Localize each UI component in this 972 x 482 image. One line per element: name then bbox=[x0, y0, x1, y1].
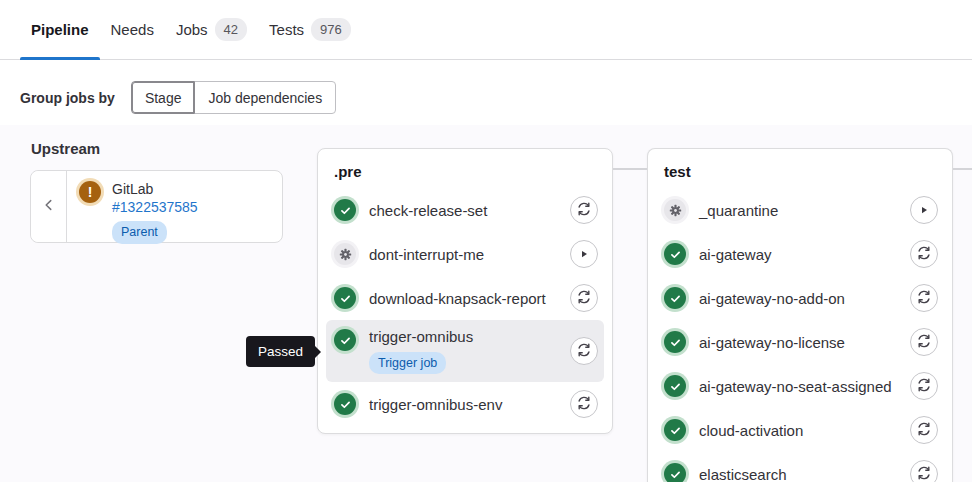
job-row[interactable]: trigger-omnibusTrigger job bbox=[326, 320, 604, 382]
job-name-link[interactable]: _quarantine bbox=[699, 202, 778, 219]
job-name-link[interactable]: trigger-omnibus-env bbox=[369, 396, 502, 413]
retry-icon bbox=[916, 465, 932, 482]
job-row[interactable]: dont-interrupt-me bbox=[326, 232, 604, 276]
play-icon bbox=[919, 203, 929, 218]
upstream-project-name: GitLab bbox=[112, 181, 198, 198]
upstream-pipeline-card: ! GitLab #1322537585 Parent bbox=[30, 170, 283, 243]
status-passed-icon bbox=[664, 287, 686, 309]
group-jobs-controls: Group jobs by Stage Job dependencies bbox=[0, 60, 972, 114]
retry-icon bbox=[916, 333, 932, 352]
group-by-segmented-control: Stage Job dependencies bbox=[131, 81, 336, 114]
tab-needs[interactable]: Needs bbox=[100, 0, 165, 59]
status-passed-icon bbox=[334, 393, 356, 415]
status-passed-icon bbox=[664, 243, 686, 265]
retry-job-button[interactable] bbox=[910, 372, 938, 400]
job-name-link[interactable]: trigger-omnibus bbox=[369, 328, 473, 345]
job-row[interactable]: elasticsearch bbox=[656, 452, 944, 482]
job-name-link[interactable]: elasticsearch bbox=[699, 466, 787, 482]
job-row[interactable]: trigger-omnibus-env bbox=[326, 382, 604, 426]
stage-title: test bbox=[648, 149, 952, 182]
jobs-count-badge: 42 bbox=[215, 18, 247, 41]
retry-job-button[interactable] bbox=[910, 460, 938, 482]
play-job-button[interactable] bbox=[570, 240, 598, 268]
job-list: check-release-setdont-interrupt-medownlo… bbox=[318, 182, 612, 434]
retry-job-button[interactable] bbox=[570, 284, 598, 312]
retry-job-button[interactable] bbox=[910, 284, 938, 312]
retry-icon bbox=[916, 421, 932, 440]
job-row[interactable]: ai-gateway-no-add-on bbox=[656, 276, 944, 320]
retry-job-button[interactable] bbox=[910, 328, 938, 356]
stage-connector-line bbox=[953, 168, 972, 170]
tests-count-badge: 976 bbox=[311, 18, 351, 41]
chevron-left-icon bbox=[42, 198, 56, 215]
status-manual-icon bbox=[334, 243, 356, 265]
job-name-link[interactable]: cloud-activation bbox=[699, 422, 803, 439]
upstream-pipeline-link[interactable]: #1322537585 bbox=[112, 198, 198, 216]
play-icon bbox=[579, 247, 589, 262]
collapse-upstream-button[interactable] bbox=[31, 171, 67, 242]
status-passed-icon bbox=[664, 419, 686, 441]
job-name-link[interactable]: ai-gateway-no-add-on bbox=[699, 290, 845, 307]
job-row[interactable]: ai-gateway-no-seat-assigned bbox=[656, 364, 944, 408]
retry-icon bbox=[916, 245, 932, 264]
status-passed-icon bbox=[664, 463, 686, 482]
group-jobs-by-label: Group jobs by bbox=[20, 90, 115, 106]
retry-icon bbox=[576, 201, 592, 220]
retry-job-button[interactable] bbox=[910, 416, 938, 444]
status-passed-icon bbox=[334, 329, 356, 351]
status-passed-icon bbox=[664, 375, 686, 397]
retry-icon bbox=[916, 289, 932, 308]
stage-column-pre: .pre check-release-setdont-interrupt-med… bbox=[317, 148, 613, 434]
retry-job-button[interactable] bbox=[910, 240, 938, 268]
retry-job-button[interactable] bbox=[570, 390, 598, 418]
retry-icon bbox=[576, 342, 592, 361]
tab-tests-label: Tests bbox=[269, 21, 304, 38]
tab-tests[interactable]: Tests 976 bbox=[258, 0, 362, 59]
status-passed-icon bbox=[334, 199, 356, 221]
play-job-button[interactable] bbox=[910, 196, 938, 224]
passed-tooltip: Passed bbox=[246, 336, 315, 367]
job-name-link[interactable]: ai-gateway bbox=[699, 246, 772, 263]
status-passed-icon bbox=[664, 331, 686, 353]
tab-pipeline-label: Pipeline bbox=[31, 21, 89, 38]
job-row[interactable]: cloud-activation bbox=[656, 408, 944, 452]
tooltip-text: Passed bbox=[258, 344, 303, 359]
job-row[interactable]: check-release-set bbox=[326, 188, 604, 232]
retry-icon bbox=[576, 289, 592, 308]
group-by-stage-button[interactable]: Stage bbox=[131, 81, 196, 114]
job-row[interactable]: ai-gateway bbox=[656, 232, 944, 276]
retry-job-button[interactable] bbox=[570, 196, 598, 224]
job-list: _quarantineai-gatewayai-gateway-no-add-o… bbox=[648, 182, 952, 482]
warning-status-icon: ! bbox=[79, 181, 101, 203]
job-row[interactable]: _quarantine bbox=[656, 188, 944, 232]
job-row[interactable]: ai-gateway-no-license bbox=[656, 320, 944, 364]
pipeline-tab-bar: Pipeline Needs Jobs 42 Tests 976 bbox=[0, 0, 972, 60]
tooltip-arrow bbox=[314, 345, 321, 359]
job-name-link[interactable]: ai-gateway-no-license bbox=[699, 334, 845, 351]
job-row[interactable]: download-knapsack-report bbox=[326, 276, 604, 320]
pipeline-graph: Upstream ! GitLab #1322537585 Parent .pr… bbox=[0, 125, 972, 482]
status-passed-icon bbox=[334, 287, 356, 309]
stage-title: .pre bbox=[318, 149, 612, 182]
tab-jobs[interactable]: Jobs 42 bbox=[165, 0, 258, 59]
job-name-link[interactable]: ai-gateway-no-seat-assigned bbox=[699, 378, 892, 395]
status-manual-icon bbox=[664, 199, 686, 221]
job-name-link[interactable]: dont-interrupt-me bbox=[369, 246, 484, 263]
stage-column-test: test _quarantineai-gatewayai-gateway-no-… bbox=[647, 148, 953, 482]
group-by-job-dependencies-button[interactable]: Job dependencies bbox=[194, 81, 336, 114]
retry-icon bbox=[576, 395, 592, 414]
retry-job-button[interactable] bbox=[570, 337, 598, 365]
tab-pipeline[interactable]: Pipeline bbox=[20, 0, 100, 59]
job-name-link[interactable]: download-knapsack-report bbox=[369, 290, 546, 307]
job-name-link[interactable]: check-release-set bbox=[369, 202, 487, 219]
upstream-section-title: Upstream bbox=[31, 140, 100, 157]
retry-icon bbox=[916, 377, 932, 396]
parent-badge: Parent bbox=[112, 221, 167, 244]
tab-needs-label: Needs bbox=[111, 21, 154, 38]
trigger-job-badge: Trigger job bbox=[369, 352, 446, 375]
stage-connector-line bbox=[613, 168, 647, 170]
tab-jobs-label: Jobs bbox=[176, 21, 208, 38]
